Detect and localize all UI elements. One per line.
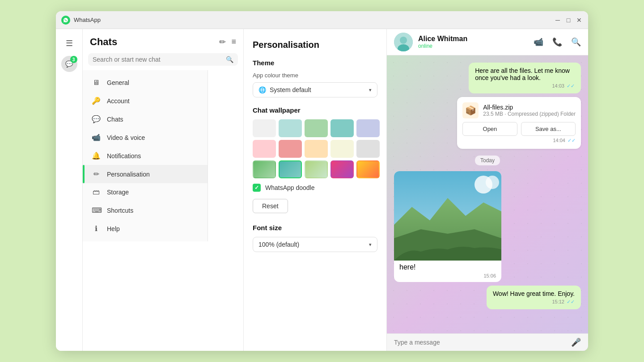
compose-icon[interactable]: ✏ [219, 37, 226, 47]
wallpaper-swatch-11[interactable] [253, 160, 276, 178]
message-input[interactable] [394, 339, 566, 346]
file-bubble-inner: 📦 All-files.zip 23.5 MB · Compressed (zi… [462, 102, 576, 118]
middle-section: Chats ✏ ≡ 🔍 🖥 General 🔑 Account 💬 Chats [83, 29, 588, 351]
settings-item-personalisation[interactable]: ✏ Personalisation [83, 165, 208, 183]
account-icon: 🔑 [92, 97, 101, 105]
settings-item-help[interactable]: ℹ Help [83, 219, 208, 238]
file-name: All-files.zip [483, 104, 576, 111]
font-value: 100% (default) [258, 241, 299, 248]
hamburger-menu-icon[interactable]: ☰ [60, 34, 78, 52]
wallpaper-swatch-1[interactable] [253, 119, 276, 137]
message-text-2: Wow! Have great time. Enjoy. [493, 290, 575, 297]
message-bubble: Here are all the files. Let me know once… [469, 63, 581, 93]
contact-status: online [418, 43, 467, 49]
minimize-button[interactable]: ─ [554, 17, 561, 24]
message-time: 14:03 ✓✓ [475, 83, 575, 89]
reset-button[interactable]: Reset [253, 199, 288, 213]
video-call-icon[interactable]: 📹 [534, 37, 543, 47]
maximize-button[interactable]: □ [565, 17, 572, 24]
shortcuts-label: Shortcuts [107, 207, 133, 214]
wallpaper-swatch-12[interactable] [279, 160, 302, 178]
settings-item-account[interactable]: 🔑 Account [83, 92, 208, 110]
filter-icon[interactable]: ≡ [231, 37, 236, 47]
video-voice-icon: 📹 [92, 133, 101, 142]
window-controls: ─ □ ✕ [554, 17, 583, 24]
wallpaper-section-title: Chat wallpaper [253, 106, 377, 114]
wallpaper-grid [253, 119, 377, 178]
doodle-checkbox[interactable] [253, 184, 261, 192]
mountain-image [394, 171, 501, 261]
save-file-button[interactable]: Save as... [521, 122, 576, 136]
settings-item-chats[interactable]: 💬 Chats [83, 110, 208, 128]
theme-icon: 🌐 [258, 86, 266, 93]
file-info: All-files.zip 23.5 MB · Compressed (zipp… [483, 104, 576, 117]
today-divider: Today [394, 156, 581, 164]
chat-input-bar: 🎤 [387, 333, 588, 351]
font-chevron-icon: ▾ [369, 242, 372, 248]
search-input[interactable] [93, 56, 226, 63]
voice-call-icon[interactable]: 📞 [552, 37, 562, 47]
account-label: Account [107, 97, 130, 105]
read-tick-file: ✓✓ [568, 138, 576, 143]
app-window: WhatsApp ─ □ ✕ ☰ 💬 3 Chats ✏ ≡ [56, 11, 588, 351]
read-tick: ✓✓ [567, 83, 575, 88]
open-file-button[interactable]: Open [462, 122, 517, 136]
chats-header-icons: ✏ ≡ [219, 37, 236, 47]
font-section-title: Font size [253, 224, 377, 232]
wallpaper-swatch-9[interactable] [330, 140, 354, 158]
wallpaper-swatch-15[interactable] [356, 160, 380, 178]
video-voice-label: Video & voice [107, 134, 145, 141]
app-title: WhatsApp [74, 17, 554, 23]
chat-messages: Here are all the files. Let me know once… [387, 55, 588, 333]
app-colour-label: App colour theme [253, 72, 377, 79]
settings-item-shortcuts[interactable]: ⌨ Shortcuts [83, 201, 208, 219]
chevron-down-icon: ▾ [369, 87, 372, 93]
wallpaper-swatch-10[interactable] [356, 140, 380, 158]
settings-item-video-voice[interactable]: 📹 Video & voice [83, 128, 208, 147]
chats-title: Chats [90, 36, 117, 48]
chats-icon: 💬 [92, 115, 101, 123]
image-container [394, 171, 501, 261]
settings-item-general[interactable]: 🖥 General [83, 74, 208, 92]
doodle-label[interactable]: WhatsApp doodle [265, 184, 315, 191]
file-meta: 23.5 MB · Compressed (zipped) Folder [483, 111, 576, 117]
chats-label: Chats [107, 116, 123, 123]
image-bubble: here! 15:06 [394, 171, 501, 282]
message-bubble-sent2: Wow! Have great time. Enjoy. 15:12 ✓✓ [487, 286, 581, 309]
personalisation-icon: ✏ [92, 170, 101, 178]
personalisation-panel: Personalisation Theme App colour theme 🌐… [244, 29, 387, 351]
chat-nav-item[interactable]: 💬 3 [61, 56, 77, 72]
font-section: Font size 100% (default) ▾ [253, 224, 377, 252]
message-time-2: 15:12 ✓✓ [493, 299, 575, 305]
wallpaper-swatch-7[interactable] [279, 140, 302, 158]
title-bar: WhatsApp ─ □ ✕ [56, 11, 588, 29]
wallpaper-swatch-6[interactable] [253, 140, 276, 158]
wallpaper-swatch-2[interactable] [279, 119, 302, 137]
theme-dropdown[interactable]: 🌐 System default ▾ [253, 82, 377, 97]
wallpaper-swatch-13[interactable] [305, 160, 328, 178]
theme-section-title: Theme [253, 59, 377, 67]
image-caption-area: here! 15:06 [394, 261, 501, 282]
svg-point-1 [400, 37, 407, 44]
wallpaper-swatch-3[interactable] [305, 119, 328, 137]
shortcuts-icon: ⌨ [92, 206, 101, 215]
wallpaper-swatch-5[interactable] [356, 119, 380, 137]
chat-header: Alice Whitman online 📹 📞 🔍 [387, 29, 588, 55]
storage-icon: 🗃 [92, 188, 101, 196]
avatar [394, 33, 413, 51]
settings-item-notifications[interactable]: 🔔 Notifications [83, 147, 208, 165]
main-content: ☰ 💬 3 Chats ✏ ≡ 🔍 [56, 29, 588, 351]
wallpaper-swatch-4[interactable] [330, 119, 354, 137]
font-dropdown[interactable]: 100% (default) ▾ [253, 237, 377, 252]
theme-dropdown-left: 🌐 System default [258, 86, 311, 93]
settings-item-storage[interactable]: 🗃 Storage [83, 183, 208, 201]
mic-icon[interactable]: 🎤 [571, 337, 581, 347]
wallpaper-swatch-14[interactable] [330, 160, 354, 178]
personalisation-label: Personalisation [107, 171, 150, 178]
close-button[interactable]: ✕ [576, 17, 583, 24]
contact-info: Alice Whitman online [418, 35, 467, 49]
general-label: General [107, 79, 129, 86]
wallpaper-swatch-8[interactable] [305, 140, 328, 158]
panel-title: Personalisation [253, 40, 377, 50]
chat-search-icon[interactable]: 🔍 [571, 37, 581, 47]
